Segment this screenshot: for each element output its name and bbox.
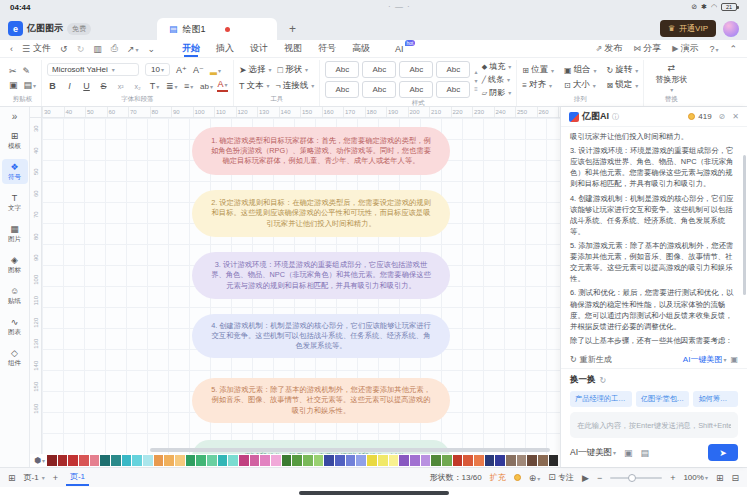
fullscreen-icon[interactable]: ⊟ bbox=[731, 473, 739, 483]
style-gallery-more-icon[interactable]: ≡ bbox=[474, 86, 478, 92]
color-swatch[interactable] bbox=[538, 455, 548, 466]
expand-quota-link[interactable]: 扩充 bbox=[490, 472, 506, 483]
copy-response-icon[interactable]: ▣ bbox=[730, 355, 738, 364]
fit-page-icon[interactable]: ⊞ bbox=[716, 473, 724, 483]
color-swatch[interactable] bbox=[389, 455, 399, 466]
font-color-button[interactable]: A bbox=[217, 80, 228, 92]
color-swatch[interactable] bbox=[506, 455, 516, 466]
color-swatch[interactable] bbox=[378, 455, 388, 466]
close-panel-icon[interactable]: ✕ bbox=[732, 112, 739, 121]
drawing-canvas[interactable]: 1. 确定游戏类型和目标玩家群体：首先，您需要确定游戏的类型，例如角色扮演游戏（… bbox=[42, 118, 560, 454]
color-swatch[interactable] bbox=[410, 455, 420, 466]
zoom-out-button[interactable]: − bbox=[597, 473, 602, 483]
present-button[interactable]: ▶演示 bbox=[672, 42, 698, 55]
sidebar-item[interactable]: ◈ 图标 bbox=[2, 252, 28, 277]
color-swatch[interactable] bbox=[154, 455, 164, 466]
arrange-button[interactable]: ⊡大小 bbox=[564, 79, 597, 91]
ai-beautify-mode-select[interactable]: AI一键美图 bbox=[570, 447, 616, 459]
user-avatar[interactable] bbox=[723, 21, 739, 37]
ribbon-tab[interactable]: 视图 bbox=[284, 40, 302, 57]
language-globe-icon[interactable]: ⊕ bbox=[529, 473, 541, 483]
back-button[interactable]: ‹ bbox=[10, 44, 13, 54]
ribbon-tab[interactable]: 符号 bbox=[318, 40, 336, 57]
ribbon-tab[interactable]: 开始 bbox=[182, 40, 200, 57]
color-swatch[interactable] bbox=[282, 455, 292, 466]
shape-tool[interactable]: □形状 bbox=[278, 64, 308, 76]
italic-button[interactable]: I bbox=[64, 81, 75, 91]
color-swatch[interactable] bbox=[549, 455, 559, 466]
share-button[interactable]: ⋈分享 bbox=[633, 42, 661, 55]
style-scroll-down-icon[interactable]: ▾ bbox=[475, 77, 478, 84]
color-swatch[interactable] bbox=[196, 455, 206, 466]
underline-button[interactable]: U bbox=[81, 81, 92, 91]
color-swatch[interactable] bbox=[346, 455, 356, 466]
undo-button[interactable]: ↺ bbox=[60, 44, 68, 54]
focus-mode-button[interactable]: ⊡ 专注 bbox=[548, 472, 574, 483]
color-swatch[interactable] bbox=[292, 455, 302, 466]
text-tool[interactable]: T文本 bbox=[239, 80, 270, 92]
color-swatch[interactable] bbox=[132, 455, 142, 466]
collapse-ribbon-button[interactable]: ⌃ bbox=[729, 44, 737, 54]
text-spacing-button[interactable]: T bbox=[149, 81, 160, 91]
sidebar-expand-icon[interactable]: » bbox=[12, 111, 18, 122]
font-size-select[interactable]: 10 bbox=[145, 63, 170, 76]
ai-prompt-input[interactable] bbox=[570, 412, 738, 438]
fill-bucket-icon[interactable]: ⬢ bbox=[34, 456, 45, 465]
style-scroll-up-icon[interactable]: ▴ bbox=[475, 68, 478, 75]
color-swatch[interactable] bbox=[228, 455, 238, 466]
shape-style-sample[interactable]: Abc bbox=[436, 61, 470, 78]
zoom-slider-knob[interactable] bbox=[628, 474, 636, 482]
send-button[interactable]: ➤ bbox=[708, 444, 738, 461]
font-family-select[interactable]: Microsoft YaHei bbox=[47, 63, 139, 76]
color-swatch[interactable] bbox=[517, 455, 527, 466]
color-swatch[interactable] bbox=[431, 455, 441, 466]
shape-style-sample[interactable]: Abc bbox=[325, 61, 359, 78]
play-presentation-icon[interactable]: ▶ bbox=[582, 473, 589, 483]
color-swatch[interactable] bbox=[164, 455, 174, 466]
ribbon-tab-ai[interactable]: AI hot bbox=[395, 44, 415, 54]
numbered-list-button[interactable]: ≣ bbox=[166, 81, 177, 91]
page-overview-icon[interactable]: ⊞ bbox=[8, 473, 16, 483]
color-swatch[interactable] bbox=[122, 455, 132, 466]
color-swatch[interactable] bbox=[324, 455, 334, 466]
strikethrough-button[interactable]: S bbox=[98, 81, 109, 91]
suggestion-chip[interactable]: 如何筹备婚礼 bbox=[693, 391, 738, 407]
color-swatch[interactable] bbox=[367, 455, 377, 466]
color-swatch[interactable] bbox=[271, 455, 281, 466]
color-swatch[interactable] bbox=[218, 455, 228, 466]
arrange-button[interactable]: ↻旋转 bbox=[607, 64, 639, 76]
page-selector[interactable]: 页-1 bbox=[24, 472, 45, 483]
shape-style-sample[interactable]: Abc bbox=[362, 61, 396, 78]
color-swatch[interactable] bbox=[442, 455, 452, 466]
select-tool[interactable]: ➤选择 bbox=[239, 64, 272, 76]
sidebar-item[interactable]: ◇ 组件 bbox=[2, 345, 28, 370]
flow-step-shape[interactable]: 2. 设定游戏规则和目标：在确定游戏类型后，您需要设定游戏的规则和目标。这些规则… bbox=[192, 190, 450, 237]
ribbon-tab[interactable]: 插入 bbox=[216, 40, 234, 57]
flow-step-shape[interactable]: 1. 确定游戏类型和目标玩家群体：首先，您需要确定游戏的类型，例如角色扮演游戏（… bbox=[192, 127, 450, 175]
format-painter-icon[interactable]: ✎ bbox=[23, 66, 31, 76]
style-button[interactable]: ╱线条 bbox=[482, 74, 511, 85]
subscript-button[interactable]: x₂ bbox=[132, 83, 143, 90]
color-swatch[interactable] bbox=[207, 455, 217, 466]
bold-button[interactable]: B bbox=[47, 81, 58, 91]
char-effect-button[interactable]: ab bbox=[200, 82, 211, 91]
color-swatch[interactable] bbox=[399, 455, 409, 466]
color-swatch[interactable] bbox=[421, 455, 431, 466]
document-tab[interactable]: ▤ 绘图1 bbox=[157, 18, 277, 40]
print-button[interactable]: ⎙ bbox=[111, 43, 118, 54]
zoom-slider[interactable] bbox=[610, 477, 662, 479]
color-swatch[interactable] bbox=[356, 455, 366, 466]
highlight-button[interactable]: ▂ bbox=[210, 65, 221, 75]
color-swatch[interactable] bbox=[186, 455, 196, 466]
color-swatch[interactable] bbox=[111, 455, 121, 466]
redo-button[interactable]: ↻ bbox=[77, 44, 85, 54]
zoom-in-button[interactable]: + bbox=[670, 473, 675, 483]
shape-style-sample[interactable]: Abc bbox=[325, 81, 359, 98]
flow-step-shape[interactable]: 4. 创建游戏机制：机制是游戏的核心部分，它们应该能够让玩家进行交互和竞争。这些… bbox=[192, 314, 450, 358]
color-swatch[interactable] bbox=[485, 455, 495, 466]
file-menu[interactable]: ☰ 文件 bbox=[22, 42, 51, 55]
bullet-list-button[interactable]: ≡ bbox=[183, 81, 194, 91]
copy-icon[interactable]: ▣ bbox=[9, 80, 18, 90]
sidebar-item[interactable]: ❖ 符号 bbox=[2, 159, 28, 184]
shape-style-sample[interactable]: Abc bbox=[399, 61, 433, 78]
